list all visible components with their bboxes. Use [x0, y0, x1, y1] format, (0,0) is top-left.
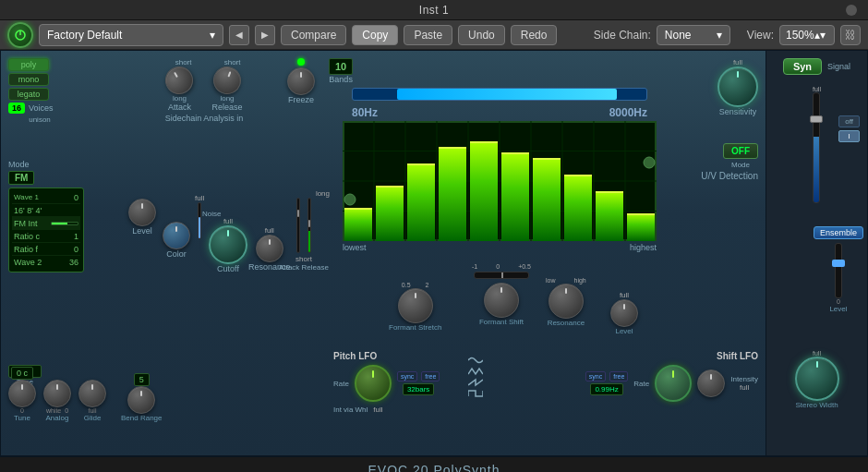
power-button[interactable]: [7, 22, 33, 48]
tune-knob[interactable]: [8, 380, 36, 407]
freeze-knob[interactable]: [287, 67, 315, 95]
release-knob[interactable]: [210, 63, 245, 98]
wave1-sub: 16' 8' 4': [14, 206, 42, 215]
sawtooth-wave-icon[interactable]: [468, 378, 483, 387]
pitch-lfo-bars-value[interactable]: 32bars: [403, 383, 434, 395]
shift-lfo-sync-button[interactable]: sync: [585, 371, 606, 381]
redo-button[interactable]: Redo: [511, 25, 558, 45]
center-level-knob[interactable]: [610, 299, 638, 327]
mono-button[interactable]: mono: [8, 73, 49, 86]
mode-value[interactable]: FM: [8, 171, 34, 185]
voices-label: Voices: [29, 103, 54, 113]
next-preset-button[interactable]: ▶: [255, 25, 275, 45]
formant-stretch-section: 0.52 Formant Stretch: [389, 282, 441, 332]
poly-button[interactable]: poly: [8, 58, 49, 71]
view-value: 150%: [786, 29, 814, 42]
analog-label: Analog: [46, 414, 69, 422]
glide-knob[interactable]: [78, 380, 106, 407]
i-toggle[interactable]: I: [838, 130, 860, 142]
ratio-c-value: 1: [74, 232, 78, 241]
wave1-value: 0: [74, 193, 78, 202]
level-knob-section: Level: [128, 199, 156, 236]
intensity-knob[interactable]: [697, 369, 725, 397]
freq-range-bar[interactable]: [352, 88, 647, 101]
mode-voice-section: poly mono legato 16 Voices unison: [8, 58, 71, 124]
formant-resonance-knob[interactable]: [549, 284, 584, 319]
preset-name: Factory Default: [47, 29, 122, 42]
right-full-label: full: [813, 86, 821, 92]
voices-value[interactable]: 16: [8, 103, 25, 114]
attack-knob[interactable]: [161, 62, 199, 100]
window-title: Inst 1: [419, 4, 449, 17]
pitch-lfo-rate-knob[interactable]: [355, 365, 392, 402]
close-button[interactable]: [846, 5, 857, 16]
legato-button[interactable]: legato: [8, 88, 49, 101]
fm-display: Wave 1 0 16' 8' 4' FM Int Ratio c 1: [8, 188, 84, 272]
bend-range-knob[interactable]: [127, 386, 155, 414]
copy-button[interactable]: Copy: [352, 25, 398, 45]
cutoff-label: Cutoff: [217, 264, 239, 273]
link-button[interactable]: ⛓: [840, 25, 861, 45]
signal-label: Signal: [827, 62, 850, 71]
triangle-wave-icon[interactable]: [468, 367, 483, 376]
view-dropdown[interactable]: 150% ▴▾: [779, 25, 835, 45]
wave2-value: 36: [69, 258, 78, 267]
ensemble-button[interactable]: Ensemble: [814, 226, 863, 239]
shift-lfo-free-button[interactable]: free: [609, 371, 628, 381]
toolbar: Factory Default ▾ ◀ ▶ Compare Copy Paste…: [0, 20, 868, 50]
ensemble-level-label: Level: [829, 305, 847, 313]
analog-zero: 0: [65, 407, 68, 414]
highest-label: highest: [630, 243, 657, 252]
pitch-lfo-sync-button[interactable]: sync: [397, 371, 417, 381]
undo-button[interactable]: Undo: [458, 25, 505, 45]
dropdown-arrow-icon: ▾: [210, 29, 215, 42]
shift-lfo-hz-value[interactable]: 0.99Hz: [590, 383, 622, 395]
pitch-lfo-free-button[interactable]: free: [421, 371, 440, 381]
mode-label: Mode: [8, 160, 34, 169]
sine-wave-icon[interactable]: [468, 356, 483, 365]
formant-resonance-section: lowhigh Resonance: [546, 277, 586, 327]
bands-value[interactable]: 10: [329, 58, 353, 75]
stereo-width-label: Stereo Width: [795, 401, 838, 409]
formant-shift-knob[interactable]: [484, 283, 519, 318]
attack-label: Attack: [168, 103, 191, 112]
analog-knob[interactable]: [43, 380, 71, 407]
view-arrow-icon: ▴▾: [814, 29, 826, 42]
bands-label: Bands: [329, 75, 353, 84]
shift-lfo-section: Shift LFO sync free 0.99Hz Rate Intensit…: [573, 351, 758, 402]
square-wave-icon[interactable]: [468, 389, 483, 398]
preset-dropdown[interactable]: Factory Default ▾: [39, 24, 223, 46]
instrument-inner: poly mono legato 16 Voices unison Mode F…: [1, 51, 867, 455]
attack-release-sliders: long short Attack Release: [276, 189, 332, 272]
unison-label: unison: [8, 115, 71, 124]
sensitivity-label: Sensitivity: [719, 107, 757, 116]
stereo-width-knob[interactable]: [795, 357, 839, 401]
center-level-section: full Level: [610, 291, 638, 335]
view-label: View:: [747, 29, 774, 42]
freeze-label: Freeze: [288, 95, 314, 104]
paste-button[interactable]: Paste: [404, 25, 452, 45]
prev-preset-button[interactable]: ◀: [229, 25, 249, 45]
off-toggle[interactable]: off: [838, 115, 860, 127]
sidechain-value: None: [665, 29, 692, 42]
syn-button[interactable]: Syn: [783, 58, 822, 75]
glide-label: Glide: [84, 414, 102, 422]
sensitivity-knob[interactable]: [717, 67, 758, 107]
sidechain-dropdown[interactable]: None ▾: [657, 25, 730, 45]
level-knob[interactable]: [128, 199, 156, 226]
formant-stretch-knob[interactable]: [398, 288, 433, 323]
mode-off-section: OFF Mode: [723, 143, 758, 169]
spectrum-display-container: 80Hz 8000Hz lowest highest: [343, 106, 657, 254]
shift-lfo-rate-knob[interactable]: [655, 365, 692, 402]
mode-off-button[interactable]: OFF: [723, 143, 758, 159]
level-label: Level: [132, 226, 152, 236]
stereo-width-section: full Stereo Width: [774, 350, 860, 409]
pitch-lfo-section: Pitch LFO Rate sync free 32bars Int via …: [333, 351, 518, 414]
color-knob[interactable]: [163, 222, 190, 249]
tune-display: 0 c: [11, 367, 33, 380]
cutoff-knob[interactable]: [209, 225, 247, 264]
bend-range-label: Bend Range: [121, 414, 162, 422]
sidechain-arrow-icon: ▾: [717, 29, 722, 42]
compare-button[interactable]: Compare: [281, 25, 346, 45]
title-bar: Inst 1: [0, 0, 868, 20]
